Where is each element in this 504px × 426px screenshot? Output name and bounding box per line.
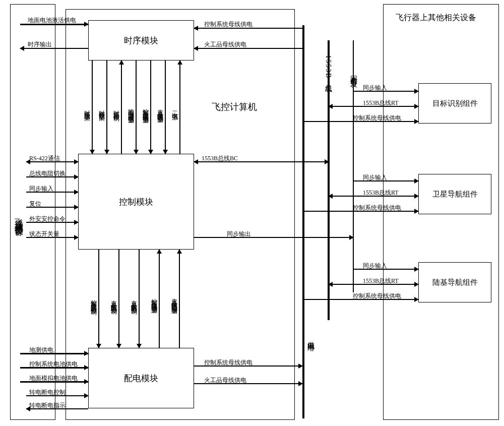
lbl-pm-pyrobus: 火工品母线供电: [204, 376, 246, 385]
v-t-g: [179, 60, 180, 154]
v-t-d: [136, 60, 137, 154]
left-panel-label: 飞行器上其他相关设备: [13, 151, 25, 282]
lbl-busbc: 1553B总线BC: [202, 154, 238, 163]
lbl-timing-pyrobus: 火工品母线供电: [204, 40, 246, 49]
power-net-label: 供电网络: [305, 315, 316, 360]
vlbl-d: 地面电池激活供电测量: [127, 65, 135, 153]
lbl-gndsim: 地面模拟电池供电: [29, 374, 78, 383]
lbl-rs422: RS-422通信: [29, 154, 60, 163]
v-t-c: [121, 60, 122, 154]
vclbl-b: 火工品母线配电控制: [109, 255, 117, 345]
vlbl-f: 火工品母线供电测量: [156, 65, 164, 153]
vlbl-g: 二次电源: [170, 78, 178, 139]
lbl-gnd-rt: 1553B总线RT: [363, 277, 399, 285]
lbl-tgt-rt: 1553B总线RT: [363, 99, 399, 107]
lbl-timing-out: 时序输出: [28, 40, 52, 49]
ground-nav-box: 陆基导航组件: [418, 262, 491, 302]
v-c-b: [118, 250, 119, 348]
lbl-ctrlbatt: 控制系统电池供电: [29, 360, 78, 369]
lbl-statesw: 状态开关量: [29, 230, 59, 238]
lbl-tgt-sync: 同步输入: [363, 84, 387, 92]
v-t-f: [165, 60, 166, 154]
sync-dist-label: 同步信号分发: [345, 50, 362, 96]
vclbl-a: 控制系统母线转电控制: [89, 255, 97, 345]
timing-module-label: 时序模块: [124, 35, 158, 46]
power-module-label: 配电模块: [124, 373, 158, 384]
v-t-a: [92, 60, 93, 154]
lbl-sat-sync: 同步输入: [363, 173, 387, 182]
lbl-pm-ctrlbus: 控制系统母线供电: [204, 358, 253, 367]
lbl-syncout: 同步输出: [227, 230, 251, 238]
target-recog-box: 目标识别组件: [418, 83, 491, 124]
vlbl-a: 时序输出回采: [83, 73, 91, 144]
vlbl-b: 时序控制回采: [97, 73, 105, 144]
v-t-b: [106, 60, 107, 154]
vclbl-e: 火工品母线供电前端测量: [170, 251, 178, 347]
right-panel-label: 飞行器上其他相关设备: [396, 13, 476, 23]
sat-nav-box: 卫星导航组件: [418, 174, 491, 214]
vlbl-e: 控制系统母线供电测量: [141, 65, 149, 153]
flight-computer-label: 飞控计算机: [212, 101, 257, 113]
control-module: 控制模块: [78, 154, 194, 250]
lbl-reset: 复位: [29, 200, 41, 208]
v-c-a: [98, 250, 99, 348]
lbl-extsafe: 外安安控命令: [29, 215, 66, 223]
lbl-timing-ctrlbus: 控制系统母线供电: [204, 20, 253, 29]
diagram-canvas: 飞行器上其他相关设备 飞控计算机 时序模块 控制模块 配电模块 飞行器上其他相关…: [0, 0, 504, 426]
lbl-syncin: 同步输入: [29, 185, 53, 193]
lbl-gnd-pwr: 控制系统母线供电: [353, 292, 401, 300]
lbl-gnd-sync: 同步输入: [363, 262, 387, 270]
lbl-sat-pwr: 控制系统母线供电: [353, 204, 401, 212]
vlbl-c: 时序输出控制: [112, 73, 120, 144]
vclbl-c: 火工品母线断电控制: [130, 255, 138, 345]
timing-module: 时序模块: [88, 20, 194, 60]
arr-syncout: [194, 237, 353, 238]
vclbl-d: 控制系统电池供电测量: [150, 252, 158, 345]
v-t-e: [150, 60, 151, 154]
control-module-label: 控制模块: [119, 196, 153, 208]
lbl-swoffind: 转电断电指示: [29, 401, 66, 410]
power-module: 配电模块: [88, 348, 194, 408]
lbl-gndtest: 地测供电: [29, 346, 53, 354]
power-net-bus: [302, 25, 304, 418]
lbl-sat-rt: 1553B总线RT: [363, 189, 399, 197]
lbl-ground-batt: 地面电池激活供电: [28, 16, 76, 25]
v-c-d: [159, 250, 160, 348]
v-c-e: [179, 250, 180, 348]
lbl-tgt-pwr: 控制系统母线供电: [353, 114, 401, 123]
bus-1553b-label: 1553B总线: [323, 45, 334, 91]
v-c-c: [139, 250, 140, 348]
lbl-swoffctrl: 转电断电控制: [29, 388, 66, 397]
lbl-busrsw: 总线电阻切换: [29, 169, 66, 178]
